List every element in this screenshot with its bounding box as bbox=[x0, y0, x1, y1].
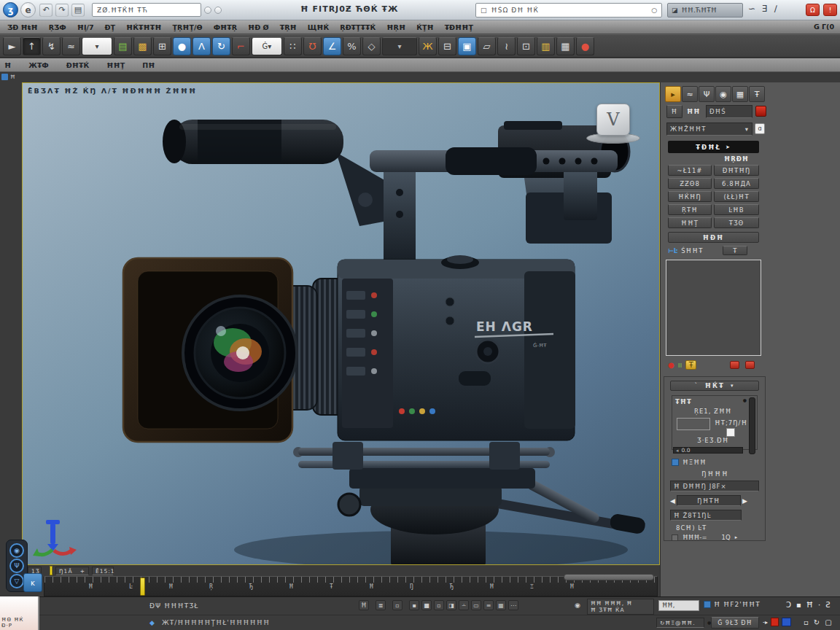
pivot-stack-icon[interactable]: ∷ bbox=[284, 37, 302, 55]
app-logo-icon[interactable]: ʒ bbox=[3, 2, 18, 18]
pan-icon[interactable]: ▫ bbox=[804, 618, 809, 626]
rendered-frame-icon[interactable]: ▦ bbox=[556, 37, 575, 55]
maximize-viewport-icon[interactable]: ▢ bbox=[825, 618, 831, 626]
viewcube-face[interactable]: V bbox=[596, 104, 630, 136]
steering-wheel-icon[interactable]: ◉ bbox=[9, 543, 24, 558]
track-combo[interactable]: Ŋ1Ā+ bbox=[55, 567, 89, 575]
red-toggle-a[interactable] bbox=[730, 361, 739, 369]
offset-mode-icon[interactable]: ◨ bbox=[446, 600, 456, 610]
bottom-arrow-icon[interactable]: ▸ bbox=[735, 534, 738, 540]
entry-field-1[interactable]: Ħ ĐĦĦŊ J8F× bbox=[670, 481, 759, 491]
ribbon-tab[interactable]: ЖŦФ bbox=[28, 61, 49, 69]
params-slider[interactable]: ◂ 0.0 bbox=[673, 447, 743, 454]
status-input[interactable]: ĦĦ, bbox=[658, 600, 699, 611]
notification-badge[interactable]: Ω bbox=[806, 4, 820, 16]
menu-item[interactable]: ŦŖĦ bbox=[280, 23, 297, 31]
display-tab[interactable]: ▦ bbox=[732, 86, 748, 102]
entry-field-2[interactable]: Ħ Ż8Ŧ1ŊĿ bbox=[670, 510, 742, 521]
schematic-view-icon[interactable]: ⊡ bbox=[517, 37, 535, 55]
selection-lock-icon[interactable]: ■ bbox=[421, 600, 432, 610]
project-prev-button[interactable] bbox=[204, 7, 211, 14]
name-color-rollout[interactable]: ĦĐĦ bbox=[668, 232, 759, 243]
select-and-move-icon[interactable]: ↑ bbox=[23, 37, 41, 55]
play-icon[interactable]: Ħ bbox=[806, 601, 813, 609]
account-button[interactable]: ◪ ĦĦ.ЋĦŦĦ bbox=[667, 3, 743, 18]
project-next-button[interactable] bbox=[214, 7, 222, 14]
undo-icon[interactable]: ↶ bbox=[39, 4, 52, 17]
modifier-rollout-header[interactable]: ` ĦЌŦ ▾ bbox=[670, 381, 759, 391]
grid-toggle-icon[interactable]: ▦ bbox=[496, 600, 506, 610]
pin-stack-button[interactable]: Ħ bbox=[666, 105, 682, 118]
menu-item[interactable]: ĦŖĦ bbox=[386, 23, 405, 31]
menu-item[interactable]: ŦĐĦĦŢ bbox=[445, 23, 473, 31]
search-go-icon[interactable]: ○ bbox=[651, 7, 657, 14]
window-crossing-icon[interactable]: ⊞ bbox=[153, 37, 171, 55]
viewcube[interactable]: V bbox=[586, 102, 640, 149]
spinner-snap-icon[interactable]: ◇ bbox=[362, 37, 381, 55]
spinner-value-field[interactable]: ŊĦŦĦ bbox=[677, 495, 741, 506]
bars-icon[interactable]: ıı bbox=[678, 361, 682, 369]
red-toggle-b[interactable] bbox=[745, 361, 755, 369]
abs-mode-icon[interactable]: ▫ bbox=[434, 600, 444, 610]
viewport-label[interactable]: ĒВƷΛŦ ĦŻ ЌŊ Λ/Ŧ ĦĐĦĦĦ ŻĦĦĦ bbox=[28, 87, 197, 95]
rollout-scrollbar[interactable] bbox=[749, 397, 755, 454]
menu-item[interactable]: ЌŢĦ bbox=[416, 23, 434, 31]
menu-item[interactable]: ĦƉ Ø bbox=[248, 23, 269, 31]
blue-entry-row[interactable]: ĦΞĦĦ bbox=[672, 459, 707, 466]
menu-item[interactable]: ŖĐŦŢŦŦЌ bbox=[340, 23, 376, 31]
single-toggle-icon[interactable]: ◉ bbox=[575, 602, 580, 609]
render-setup-icon[interactable]: ▥ bbox=[537, 37, 555, 55]
menu-item[interactable]: ФĦŦŖ bbox=[214, 23, 237, 31]
next-key-icon[interactable]: · bbox=[818, 601, 820, 609]
key-filter-row[interactable]: -▸ bbox=[763, 618, 791, 626]
object-type-rollout[interactable]: ŦĐĦŁ ➤ bbox=[668, 141, 759, 153]
set-key-button[interactable]: Ġ 9ŁƷ ĐĦ bbox=[711, 617, 759, 629]
mini-b-icon[interactable]: ▪ bbox=[409, 600, 419, 610]
x-field-icon[interactable]: ∸ bbox=[459, 600, 469, 610]
create-tab[interactable]: ▸ bbox=[665, 86, 681, 102]
menu-item[interactable]: ŖƷФ bbox=[49, 23, 66, 31]
object-type-button[interactable]: ŦƷΘ bbox=[714, 217, 759, 228]
panel-label-b-field[interactable]: ĐĦŚ bbox=[706, 105, 752, 118]
browser-logo-icon[interactable]: e bbox=[20, 2, 36, 18]
params-swatch-outline[interactable] bbox=[677, 418, 710, 430]
alert-badge[interactable]: ! bbox=[823, 4, 837, 16]
object-type-button[interactable]: 6.8ĦДА bbox=[714, 178, 759, 189]
menu-item[interactable]: ŢŖĦŢ/Ѳ bbox=[173, 23, 203, 31]
blue-swatch[interactable] bbox=[782, 618, 791, 626]
menu-item[interactable]: ЩĦЌ bbox=[308, 23, 330, 31]
search-input[interactable]: □ ĦŚΩ ĐĦ ĦЌ ○ bbox=[475, 3, 662, 18]
rect-region-icon[interactable]: ▩ bbox=[133, 37, 152, 55]
object-type-button[interactable]: ~Ł11# bbox=[668, 165, 712, 176]
track-yellow-mark[interactable] bbox=[50, 566, 52, 575]
ribbon-tab[interactable]: ПĦ bbox=[142, 61, 155, 69]
min-time-icon[interactable]: Ɔ bbox=[786, 601, 791, 609]
sign-in-icon[interactable]: Ǝ bbox=[762, 4, 768, 14]
perspective-viewport[interactable]: В4đu5 ΕΗ bbox=[22, 82, 660, 565]
object-color-box[interactable] bbox=[666, 260, 761, 356]
time-slider[interactable] bbox=[140, 578, 145, 596]
menu-item[interactable]: ĦĮ/7 bbox=[77, 23, 94, 31]
object-type-button[interactable]: (ŁŁ)ĦŦ bbox=[714, 191, 759, 202]
object-type-button[interactable]: ƵƵΘ8 bbox=[668, 178, 712, 189]
pen-icon[interactable]: ∕ bbox=[774, 4, 777, 14]
selection-lock-button[interactable]: ĸ bbox=[23, 573, 42, 592]
record-button[interactable] bbox=[755, 106, 766, 117]
material-editor-icon[interactable]: ● bbox=[173, 37, 191, 55]
render-production-icon[interactable]: ● bbox=[576, 37, 594, 55]
slate-material-icon[interactable]: Λ bbox=[192, 37, 211, 55]
object-type-button[interactable]: ĦЌĦŊ bbox=[668, 191, 712, 202]
category-dropdown[interactable]: ЖĦŽĦĦŦ▾ bbox=[666, 122, 752, 136]
mirror-icon[interactable]: Ж bbox=[419, 37, 437, 55]
red-swatch[interactable] bbox=[771, 618, 779, 626]
listener-icon[interactable]: ≣ bbox=[376, 600, 386, 610]
maxscript-icon[interactable]: Ħ bbox=[359, 600, 369, 610]
object-type-button[interactable]: ĿĦВ bbox=[714, 204, 759, 215]
left-edge-mini-tab[interactable]: Ħ bbox=[1, 73, 19, 81]
reference-coord-combo[interactable]: Ġ▾ bbox=[252, 37, 282, 55]
mini-a-icon[interactable]: ▫ bbox=[392, 600, 402, 610]
menu-item[interactable]: ĦЌŦĦŦĦ bbox=[126, 23, 161, 31]
filter-icon[interactable]: Ψ bbox=[9, 559, 24, 573]
angle-snap-icon[interactable]: ∠ bbox=[323, 37, 341, 55]
object-type-button[interactable]: ĐĦŦĦŊ bbox=[714, 165, 759, 176]
